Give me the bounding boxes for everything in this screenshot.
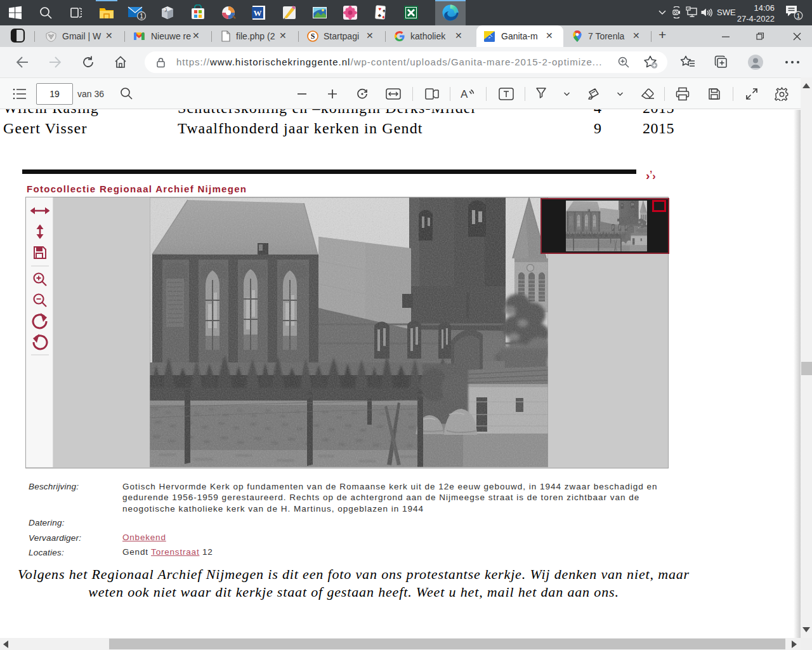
svg-text:λ: λ bbox=[164, 7, 167, 13]
svg-text:W: W bbox=[254, 8, 262, 18]
svg-text:♥: ♥ bbox=[378, 6, 382, 12]
svg-text:♦: ♦ bbox=[382, 14, 385, 20]
svg-text:♠: ♠ bbox=[383, 8, 386, 13]
svg-text:1: 1 bbox=[797, 12, 801, 20]
svg-text:A: A bbox=[461, 88, 468, 100]
svg-text:1: 1 bbox=[140, 13, 143, 20]
svg-text:S: S bbox=[311, 32, 315, 41]
